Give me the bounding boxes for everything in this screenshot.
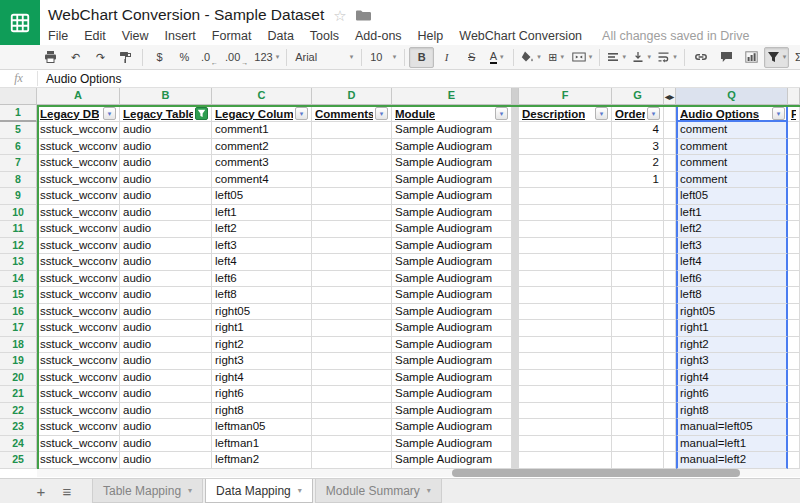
cell-Q12[interactable]: left3 xyxy=(676,238,788,255)
menu-data[interactable]: Data xyxy=(259,29,301,43)
sheet-tab-menu-icon[interactable]: ▾ xyxy=(298,486,302,495)
cell-R19[interactable] xyxy=(788,353,800,370)
cell-R7[interactable] xyxy=(788,155,800,172)
menu-webchart-conversion[interactable]: WebChart Conversion xyxy=(451,29,590,43)
cell-G7[interactable]: 2 xyxy=(612,155,664,172)
cell-C11[interactable]: left2 xyxy=(212,221,312,238)
cell-G8[interactable]: 1 xyxy=(612,172,664,189)
strikethrough-button[interactable]: S xyxy=(459,47,484,68)
row-header-17[interactable]: 17 xyxy=(0,320,37,337)
sheets-logo-icon[interactable] xyxy=(0,0,40,45)
filter-dropdown-button-D[interactable]: ▼ xyxy=(375,107,388,120)
font-size-button[interactable]: 10▾ xyxy=(366,48,400,67)
document-title[interactable]: WebChart Conversion - Sample Dataset xyxy=(48,6,324,24)
cell-Q9[interactable]: left05 xyxy=(676,188,788,205)
cell-G19[interactable] xyxy=(612,353,664,370)
row-header-15[interactable]: 15 xyxy=(0,287,37,304)
menu-add-ons[interactable]: Add-ons xyxy=(347,29,410,43)
cell-A8[interactable]: sstuck_wcconv xyxy=(37,172,120,189)
header-cell-R[interactable]: Fl xyxy=(788,105,800,122)
decrease-decimal-places-button[interactable]: .0← xyxy=(197,47,222,68)
header-cell-Q[interactable]: Audio Options▼ xyxy=(676,105,788,122)
cell-C20[interactable]: right4 xyxy=(212,370,312,387)
column-header-C[interactable]: C xyxy=(212,88,312,105)
menu-view[interactable]: View xyxy=(114,29,157,43)
filter-dropdown-button-Q[interactable]: ▼ xyxy=(772,107,785,120)
cell-D20[interactable] xyxy=(312,370,392,387)
menu-edit[interactable]: Edit xyxy=(76,29,114,43)
cell-G5[interactable]: 4 xyxy=(612,122,664,139)
cell-E15[interactable]: Sample Audiogram xyxy=(392,287,512,304)
cell-R15[interactable] xyxy=(788,287,800,304)
print-button[interactable] xyxy=(38,47,63,68)
cell-C19[interactable]: right3 xyxy=(212,353,312,370)
cell-C22[interactable]: right8 xyxy=(212,403,312,420)
cell-G6[interactable]: 3 xyxy=(612,139,664,156)
cell-C16[interactable]: right05 xyxy=(212,304,312,321)
filter-dropdown-button-F[interactable]: ▼ xyxy=(595,107,608,120)
cell-F9[interactable] xyxy=(519,188,612,205)
header-cell-E[interactable]: Module▼ xyxy=(392,105,512,122)
sheet-tab-menu-icon[interactable]: ▾ xyxy=(188,486,192,495)
cell-R8[interactable] xyxy=(788,172,800,189)
header-cell-G[interactable]: Order▼ xyxy=(612,105,664,122)
cell-G15[interactable] xyxy=(612,287,664,304)
increase-decimal-places-button[interactable]: .00→ xyxy=(222,47,251,68)
cell-D7[interactable] xyxy=(312,155,392,172)
cell-Q6[interactable]: comment xyxy=(676,139,788,156)
cell-R25[interactable] xyxy=(788,452,800,469)
column-header-R[interactable] xyxy=(788,88,800,105)
cell-F13[interactable] xyxy=(519,254,612,271)
cell-D10[interactable] xyxy=(312,205,392,222)
cell-G20[interactable] xyxy=(612,370,664,387)
cell-A18[interactable]: sstuck_wcconv xyxy=(37,337,120,354)
cell-C25[interactable]: leftman2 xyxy=(212,452,312,469)
cell-E18[interactable]: Sample Audiogram xyxy=(392,337,512,354)
cell-B25[interactable]: audio xyxy=(120,452,212,469)
cell-A6[interactable]: sstuck_wcconv xyxy=(37,139,120,156)
cell-F17[interactable] xyxy=(519,320,612,337)
cell-E21[interactable]: Sample Audiogram xyxy=(392,386,512,403)
cell-Q13[interactable]: left4 xyxy=(676,254,788,271)
cell-E25[interactable]: Sample Audiogram xyxy=(392,452,512,469)
row-header-7[interactable]: 7 xyxy=(0,155,37,172)
cell-D14[interactable] xyxy=(312,271,392,288)
cell-A16[interactable]: sstuck_wcconv xyxy=(37,304,120,321)
cell-E13[interactable]: Sample Audiogram xyxy=(392,254,512,271)
format-as-currency-button[interactable]: $ xyxy=(147,47,172,68)
cell-E19[interactable]: Sample Audiogram xyxy=(392,353,512,370)
cell-F10[interactable] xyxy=(519,205,612,222)
cell-F25[interactable] xyxy=(519,452,612,469)
all-sheets-button[interactable]: ≡ xyxy=(54,479,80,503)
cell-F24[interactable] xyxy=(519,436,612,453)
cell-A22[interactable]: sstuck_wcconv xyxy=(37,403,120,420)
italic-button[interactable]: I xyxy=(434,47,459,68)
cell-D23[interactable] xyxy=(312,419,392,436)
cell-F22[interactable] xyxy=(519,403,612,420)
cell-A21[interactable]: sstuck_wcconv xyxy=(37,386,120,403)
cell-R14[interactable] xyxy=(788,271,800,288)
header-cell-F[interactable]: Description▼ xyxy=(519,105,612,122)
cell-A17[interactable]: sstuck_wcconv xyxy=(37,320,120,337)
cell-C15[interactable]: left8 xyxy=(212,287,312,304)
cell-B22[interactable]: audio xyxy=(120,403,212,420)
cell-F19[interactable] xyxy=(519,353,612,370)
row-header-22[interactable]: 22 xyxy=(0,403,37,420)
row-header-23[interactable]: 23 xyxy=(0,419,37,436)
cell-G9[interactable] xyxy=(612,188,664,205)
cell-B14[interactable]: audio xyxy=(120,271,212,288)
cell-B12[interactable]: audio xyxy=(120,238,212,255)
cell-E22[interactable]: Sample Audiogram xyxy=(392,403,512,420)
cell-C8[interactable]: comment4 xyxy=(212,172,312,189)
cell-Q21[interactable]: right6 xyxy=(676,386,788,403)
cell-Q24[interactable]: manual=left1 xyxy=(676,436,788,453)
column-header-F[interactable]: F xyxy=(519,88,612,105)
cell-Q17[interactable]: right1 xyxy=(676,320,788,337)
cell-Q18[interactable]: right2 xyxy=(676,337,788,354)
row-header-14[interactable]: 14 xyxy=(0,271,37,288)
cell-D11[interactable] xyxy=(312,221,392,238)
row-header-18[interactable]: 18 xyxy=(0,337,37,354)
cell-E12[interactable]: Sample Audiogram xyxy=(392,238,512,255)
cell-B7[interactable]: audio xyxy=(120,155,212,172)
cell-R12[interactable] xyxy=(788,238,800,255)
